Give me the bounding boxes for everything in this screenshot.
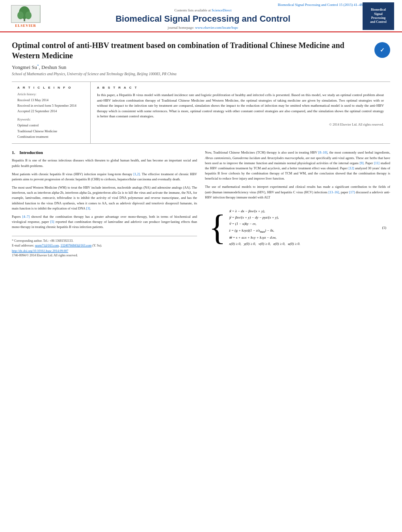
ref-12[interactable]: [12] bbox=[348, 166, 354, 170]
svg-point-3 bbox=[17, 11, 24, 19]
abstract-text: In this paper, a Hepatitis B virus model… bbox=[97, 93, 384, 119]
abstract-label: A B S T R A C T bbox=[97, 86, 384, 89]
journal-center-header: Biomedical Signal Processing and Control… bbox=[43, 3, 363, 30]
authors-line: Yongmei Su*, Deshun Sun bbox=[12, 64, 390, 70]
keyword-2: Traditional Chinese Medicine bbox=[17, 128, 85, 134]
article-title-section: Optimal control of anti-HBV treatment ba… bbox=[12, 40, 390, 61]
science-direct-anchor[interactable]: ScienceDirect bbox=[212, 8, 231, 12]
contents-label: Contents lists available at bbox=[175, 8, 211, 12]
page: ELSEVIER Biomedical Signal Processing an… bbox=[0, 0, 402, 532]
section1-heading: 1. Introduction bbox=[12, 150, 197, 155]
svg-text:✓: ✓ bbox=[380, 47, 385, 53]
right-logo-text: BiomedicalSignalProcessingand Control bbox=[370, 8, 386, 24]
ref-3[interactable]: [3] bbox=[86, 206, 90, 210]
science-direct-link: Contents lists available at ScienceDirec… bbox=[43, 8, 363, 12]
herb-1: Abrus cantoniensis bbox=[205, 156, 231, 160]
keywords-section: Keywords: Optimal control Traditional Ch… bbox=[17, 118, 85, 139]
ref-13-16[interactable]: [13–16] bbox=[328, 190, 339, 194]
eq-line-2: ẏ = βxv/(x + y) − dy − pyz/(x + y), bbox=[229, 214, 376, 221]
eq-line-5: ẇ = s + a₁x + b₁y + k₁yz − d₁w, bbox=[229, 234, 376, 241]
history-label: Article history: bbox=[17, 93, 85, 96]
eq-line-3: v̇ = (1 − u)ky − εv, bbox=[229, 221, 376, 227]
intro-para2: Most patients with chronic hepatitis B v… bbox=[12, 172, 197, 182]
doi-line[interactable]: http://dx.doi.org/10.1016/j.bspc.2014.09… bbox=[12, 249, 197, 253]
homepage-label: journal homepage: bbox=[168, 26, 194, 30]
revised-date: Received in revised form 5 September 201… bbox=[17, 103, 85, 109]
article-content: Optimal control of anti-HBV treatment ba… bbox=[0, 32, 402, 261]
ref-5[interactable]: [5] bbox=[50, 220, 54, 224]
right-para1: Now, Traditional Chinese Medicines (TCM)… bbox=[205, 150, 390, 181]
affiliation-line: School of Mathematics and Physics, Unive… bbox=[12, 72, 390, 76]
article-info-abstract-section: A R T I C L E I N F O Article history: R… bbox=[12, 82, 390, 144]
abstract-copyright: © 2014 Elsevier Ltd. All rights reserved… bbox=[97, 122, 384, 126]
doi-link[interactable]: http://dx.doi.org/10.1016/j.bspc.2014.09… bbox=[12, 249, 68, 253]
ref-11[interactable]: [11] bbox=[374, 161, 380, 165]
right-para2: The use of mathematical models to interp… bbox=[205, 184, 390, 200]
footnote-star: * Corresponding author. Tel.: +86 136815… bbox=[12, 239, 197, 243]
section1-number: 1. bbox=[12, 150, 15, 155]
journal-right-logo: BiomedicalSignalProcessingand Control bbox=[363, 2, 394, 30]
big-brace-symbol: { bbox=[209, 211, 226, 243]
intro-para1: Hepatitis B is one of the serious infect… bbox=[12, 158, 197, 168]
history-dates: Received 13 May 2014 Received in revised… bbox=[17, 98, 85, 114]
crossmark-badge: ✓ bbox=[374, 42, 390, 58]
herb-3: Atractylodes macrocephala bbox=[267, 156, 304, 160]
article-title: Optimal control of anti-HBV treatment ba… bbox=[12, 40, 367, 61]
ref-4-7[interactable]: [4–7] bbox=[22, 215, 30, 219]
author-names: Yongmei Su*, Deshun Sun bbox=[12, 64, 66, 70]
body-left-column: 1. Introduction Hepatitis B is one of th… bbox=[12, 150, 197, 257]
eq-line-1: ẋ = λ − dx − βxv/(x + y), bbox=[229, 208, 376, 214]
elsevier-tree-svg bbox=[12, 6, 39, 22]
homepage-url[interactable]: www.elsevier.com/locate/bspc bbox=[195, 26, 238, 30]
body-right-column: Now, Traditional Chinese Medicines (TCM)… bbox=[205, 150, 390, 257]
section1-title: Introduction bbox=[19, 150, 43, 155]
elsevier-brand-text: ELSEVIER bbox=[15, 24, 36, 28]
elsevier-logo: ELSEVIER bbox=[8, 5, 43, 28]
keyword-1: Optimal control bbox=[17, 122, 85, 128]
eq-line-4: ż = (g + k₂yz)(1 − z/zmax) − δz, bbox=[229, 227, 376, 234]
eq-line-6: x(0) ≥ 0, y(0) ≥ 0, v(0) ≥ 0, z(0) ≥ 0, … bbox=[229, 241, 376, 247]
intro-para3: The most used Western Medicine (WM) to t… bbox=[12, 185, 197, 211]
svg-point-4 bbox=[25, 11, 32, 19]
article-info-label: A R T I C L E I N F O bbox=[17, 86, 85, 89]
keywords-list: Optimal control Traditional Chinese Medi… bbox=[17, 122, 85, 139]
crossmark-svg: ✓ bbox=[376, 44, 388, 56]
article-info-column: A R T I C L E I N F O Article history: R… bbox=[12, 82, 91, 143]
journal-header: ELSEVIER Biomedical Signal Processing an… bbox=[0, 0, 402, 32]
email-link-2[interactable]: 13240766843@163.com bbox=[60, 244, 91, 247]
email-link-1[interactable]: suym71@163.com bbox=[35, 244, 59, 247]
ref-9[interactable]: [9] bbox=[359, 161, 363, 165]
author-sup: * bbox=[37, 64, 39, 68]
footnote-section: * Corresponding author. Tel.: +86 136815… bbox=[12, 236, 197, 257]
equation-number: (1) bbox=[382, 226, 387, 230]
abstract-column: A B S T R A C T In this paper, a Hepatit… bbox=[91, 82, 390, 143]
elsevier-logo-img bbox=[11, 5, 41, 23]
keywords-label: Keywords: bbox=[17, 118, 85, 121]
journal-homepage: journal homepage: www.elsevier.com/locat… bbox=[43, 26, 363, 30]
journal-volume-info: Biomedical Signal Processing and Control… bbox=[43, 3, 363, 7]
intro-para4: Papers [4–7] showed that the combination… bbox=[12, 214, 197, 230]
ref-8-10[interactable]: [8–10] bbox=[318, 150, 328, 154]
ref-1-2[interactable]: [1,2] bbox=[134, 172, 140, 176]
accepted-date: Accepted 22 September 2014 bbox=[17, 109, 85, 114]
keyword-3: Combination treatment bbox=[17, 134, 85, 139]
journal-title: Biomedical Signal Processing and Control bbox=[43, 14, 363, 24]
received-date: Received 13 May 2014 bbox=[17, 98, 85, 103]
equation-block: { ẋ = λ − dx − βxv/(x + y), ẏ = βxv/(x +… bbox=[205, 205, 390, 250]
equation-system: { ẋ = λ − dx − βxv/(x + y), ẏ = βxv/(x +… bbox=[209, 208, 386, 247]
body-two-col: 1. Introduction Hepatitis B is one of th… bbox=[12, 150, 390, 257]
footnote-email: E-mail addresses: suym71@163.com, 132407… bbox=[12, 243, 197, 248]
herb-2: Ganoderma lucidum bbox=[233, 156, 260, 160]
equations-list: ẋ = λ − dx − βxv/(x + y), ẏ = βxv/(x + y… bbox=[229, 208, 376, 247]
copyright-footer: 1746-8094/© 2014 Elsevier Ltd. All right… bbox=[12, 254, 197, 257]
ref-17[interactable]: [17] bbox=[349, 190, 355, 194]
